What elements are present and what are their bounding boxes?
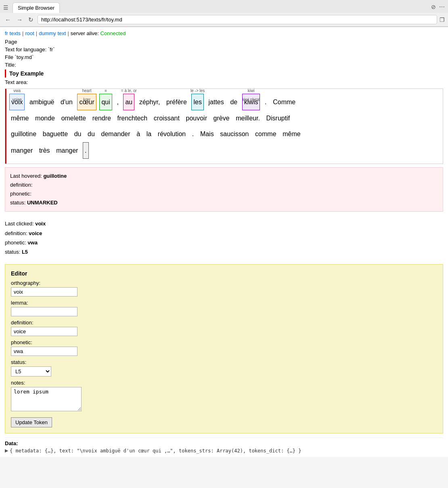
token-du1[interactable]: du <box>73 126 83 142</box>
token-dot3[interactable]: . <box>83 142 88 159</box>
editor-status-select[interactable]: L5 L4 L3 L2 L1 UNMARKED <box>11 366 51 377</box>
file-label: File `toy.md` <box>5 54 443 60</box>
token-annotation-les: le -> les <box>191 86 205 95</box>
token-manger1[interactable]: manger <box>9 143 34 158</box>
editor-definition-input[interactable] <box>11 327 77 336</box>
hover-status: status: UNMARKED <box>10 198 438 207</box>
token-baguette[interactable]: baguette <box>41 126 69 142</box>
token-monde[interactable]: monde <box>33 110 57 126</box>
hover-panel: Last hovered: guillotine definition: pho… <box>5 167 443 212</box>
token-wrapper-meme2: même <box>281 126 302 142</box>
token-frenchtech[interactable]: frenchtech <box>116 110 149 126</box>
tab-menu-icon[interactable]: ☰ <box>3 4 8 11</box>
hover-word: guillotine <box>43 173 67 179</box>
token-comma1[interactable]: , <box>115 94 120 110</box>
click-phonetic-value: vwa <box>27 240 38 246</box>
data-section: Data: ▶ { metadata: {…}, text: "\nvoix a… <box>5 438 443 454</box>
token-annotation-coeur: heartkœr <box>82 86 92 104</box>
token-meme2[interactable]: même <box>281 126 302 142</box>
editor-panel: Editor orthography: lemma: definition: p… <box>5 264 443 433</box>
token-manger2[interactable]: manger <box>54 143 80 158</box>
token-greve[interactable]: grève <box>212 110 231 126</box>
token-ambigue[interactable]: ambiguë <box>28 94 56 110</box>
token-tres[interactable]: très <box>38 143 52 158</box>
token-comme1[interactable]: Comme <box>271 94 297 110</box>
token-wrapper-pouvoir: pouvoir <box>184 110 209 126</box>
token-guillotine[interactable]: guillotine <box>9 126 38 142</box>
token-wrapper-dun: d'un <box>59 94 74 110</box>
token-demander[interactable]: demander <box>100 126 132 142</box>
token-jattes[interactable]: jattes <box>207 94 226 110</box>
breadcrumb-dummy-text[interactable]: dummy text <box>39 30 66 36</box>
back-button[interactable]: ← <box>3 15 13 24</box>
token-prefere[interactable]: préfère <box>165 94 188 110</box>
editor-status-label: status: <box>11 359 437 365</box>
editor-notes-label: notes: <box>11 380 437 386</box>
token-wrapper-disruptif: Disruptif <box>264 110 291 126</box>
token-rendre[interactable]: rendre <box>91 110 113 126</box>
token-meme1[interactable]: même <box>9 110 30 126</box>
token-wrapper-zephyr: zéphyr, <box>138 94 162 110</box>
token-qui[interactable]: qui <box>99 94 112 110</box>
hover-phonetic: phonetic: <box>10 189 438 198</box>
token-la[interactable]: la <box>145 126 153 142</box>
token-annotation-qui: ≡ <box>105 86 107 95</box>
token-wrapper-greve: grève <box>212 110 231 126</box>
active-tab[interactable]: Simple Browser <box>13 2 60 13</box>
token-wrapper-dot2: . <box>191 126 195 142</box>
token-dot1[interactable]: . <box>263 94 268 110</box>
page-content: fr texts | root | dummy text | server al… <box>0 27 448 457</box>
data-expand-arrow[interactable]: ▶ <box>5 448 8 453</box>
token-dun[interactable]: d'un <box>59 94 74 110</box>
token-disruptif[interactable]: Disruptif <box>264 110 291 126</box>
token-de[interactable]: de <box>228 94 239 110</box>
breadcrumb-root[interactable]: root <box>25 30 34 36</box>
token-au[interactable]: au <box>123 94 134 110</box>
disable-icon[interactable]: ⊘ <box>431 4 436 10</box>
breadcrumb-fr-texts[interactable]: fr texts <box>5 30 21 36</box>
token-area-accent <box>5 89 6 164</box>
token-comme2[interactable]: comme <box>253 126 278 142</box>
editor-phonetic-input[interactable] <box>11 347 77 356</box>
token-mais[interactable]: Mais <box>199 126 216 142</box>
tab-bar: ☰ Simple Browser ⊘ ⋯ <box>0 0 448 13</box>
page-title: Toy Example <box>9 70 44 77</box>
token-pouvoir[interactable]: pouvoir <box>184 110 209 126</box>
token-wrapper-la: la <box>145 126 153 142</box>
token-wrapper-manger2: manger <box>54 143 80 158</box>
token-revolution[interactable]: révolution <box>156 126 187 142</box>
token-wrapper-du2: du <box>86 126 96 142</box>
token-a[interactable]: à <box>135 126 142 142</box>
click-status-value: L5 <box>22 249 28 255</box>
token-saucisson[interactable]: saucisson <box>218 126 250 142</box>
update-token-button[interactable]: Update Token <box>11 417 52 427</box>
token-les[interactable]: les <box>191 94 203 110</box>
breadcrumb-bar: fr texts | root | dummy text | server al… <box>5 30 443 36</box>
editor-orthography-input[interactable] <box>11 287 77 297</box>
click-panel: Last clicked: voix definition: voice pho… <box>5 215 443 261</box>
token-croissant[interactable]: croissant <box>152 110 181 126</box>
more-icon[interactable]: ⋯ <box>439 4 445 10</box>
external-link-icon[interactable]: ❐ <box>440 17 445 23</box>
token-dot2[interactable]: . <box>191 126 195 142</box>
token-wrapper-dot1: . <box>263 94 268 110</box>
editor-field-status: status: L5 L4 L3 L2 L1 UNMARKED <box>11 359 437 377</box>
data-row[interactable]: ▶ { metadata: {…}, text: "\nvoix ambiguë… <box>5 448 443 454</box>
address-bar[interactable] <box>38 15 437 24</box>
hover-definition: definition: <box>10 181 438 189</box>
editor-field-definition: definition: <box>11 320 437 336</box>
click-last-clicked: Last clicked: voix <box>5 219 443 228</box>
editor-lemma-input[interactable] <box>11 307 77 316</box>
token-wrapper-tres: très <box>38 143 52 158</box>
editor-title: Editor <box>11 270 437 277</box>
text-area-label: Text area: <box>5 79 443 85</box>
editor-notes-textarea[interactable]: lorem ipsum <box>11 387 82 411</box>
page-title-section: Toy Example <box>5 69 443 78</box>
token-omelette[interactable]: omelette <box>60 110 88 126</box>
token-du2[interactable]: du <box>86 126 96 142</box>
editor-field-phonetic: phonetic: <box>11 339 437 356</box>
refresh-button[interactable]: ↻ <box>27 15 35 24</box>
token-meilleur[interactable]: meilleur. <box>234 110 262 126</box>
forward-button[interactable]: → <box>15 15 24 24</box>
token-zephyr[interactable]: zéphyr, <box>138 94 162 110</box>
